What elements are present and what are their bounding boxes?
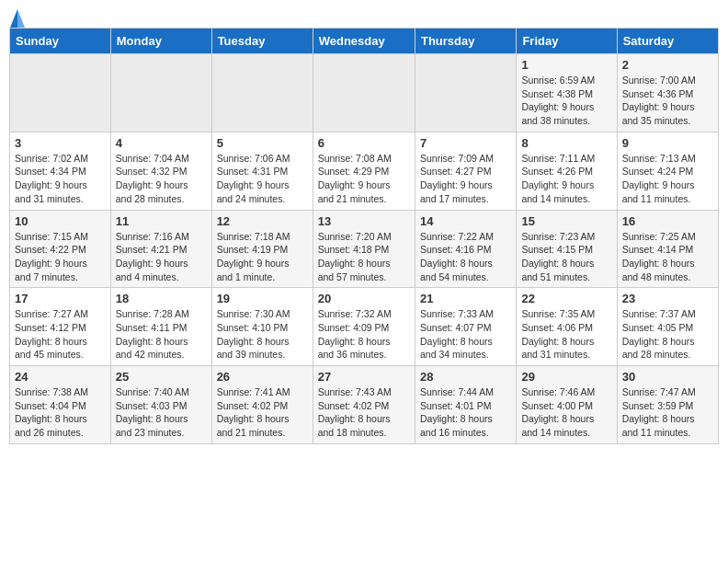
day-number: 14	[420, 214, 511, 228]
day-info: Sunrise: 7:20 AM Sunset: 4:18 PM Dayligh…	[318, 230, 410, 284]
day-number: 11	[116, 214, 207, 228]
day-number: 9	[622, 136, 713, 150]
day-number: 5	[217, 136, 308, 150]
day-info: Sunrise: 7:41 AM Sunset: 4:02 PM Dayligh…	[217, 385, 308, 440]
calendar-cell: 28Sunrise: 7:44 AM Sunset: 4:01 PM Dayli…	[415, 366, 516, 444]
day-number: 18	[116, 292, 207, 305]
day-number: 21	[420, 292, 511, 305]
calendar-cell: 26Sunrise: 7:41 AM Sunset: 4:02 PM Dayli…	[211, 366, 313, 444]
day-info: Sunrise: 7:16 AM Sunset: 4:21 PM Dayligh…	[116, 230, 207, 284]
calendar-cell: 30Sunrise: 7:47 AM Sunset: 3:59 PM Dayli…	[617, 366, 718, 444]
calendar-cell: 1Sunrise: 6:59 AM Sunset: 4:38 PM Daylig…	[517, 54, 617, 132]
day-number: 24	[15, 370, 106, 384]
weekday-thursday: Thursday	[415, 29, 516, 54]
week-row-0: 1Sunrise: 6:59 AM Sunset: 4:38 PM Daylig…	[10, 54, 719, 132]
weekday-sunday: Sunday	[10, 29, 111, 54]
day-info: Sunrise: 7:23 AM Sunset: 4:15 PM Dayligh…	[521, 230, 611, 284]
calendar-cell: 23Sunrise: 7:37 AM Sunset: 4:05 PM Dayli…	[617, 288, 718, 366]
calendar-cell: 9Sunrise: 7:13 AM Sunset: 4:24 PM Daylig…	[617, 132, 718, 210]
day-number: 8	[521, 136, 611, 150]
day-number: 20	[318, 292, 410, 305]
calendar-cell: 13Sunrise: 7:20 AM Sunset: 4:18 PM Dayli…	[313, 210, 415, 288]
day-info: Sunrise: 7:44 AM Sunset: 4:01 PM Dayligh…	[420, 385, 511, 440]
day-number: 26	[217, 370, 308, 384]
day-info: Sunrise: 7:25 AM Sunset: 4:14 PM Dayligh…	[622, 230, 713, 284]
day-info: Sunrise: 7:40 AM Sunset: 4:03 PM Dayligh…	[116, 385, 207, 440]
calendar-cell: 7Sunrise: 7:09 AM Sunset: 4:27 PM Daylig…	[415, 132, 516, 210]
calendar-cell: 4Sunrise: 7:04 AM Sunset: 4:32 PM Daylig…	[110, 132, 211, 210]
calendar-cell	[211, 54, 313, 132]
weekday-header-row: SundayMondayTuesdayWednesdayThursdayFrid…	[10, 29, 719, 54]
day-info: Sunrise: 6:59 AM Sunset: 4:38 PM Dayligh…	[521, 74, 611, 128]
day-number: 29	[521, 370, 611, 384]
day-number: 15	[521, 214, 611, 228]
weekday-saturday: Saturday	[617, 29, 718, 54]
day-info: Sunrise: 7:32 AM Sunset: 4:09 PM Dayligh…	[318, 307, 410, 362]
calendar-cell: 16Sunrise: 7:25 AM Sunset: 4:14 PM Dayli…	[617, 210, 718, 288]
weekday-friday: Friday	[517, 29, 617, 54]
day-info: Sunrise: 7:09 AM Sunset: 4:27 PM Dayligh…	[420, 152, 511, 206]
calendar-cell: 8Sunrise: 7:11 AM Sunset: 4:26 PM Daylig…	[517, 132, 617, 210]
calendar: SundayMondayTuesdayWednesdayThursdayFrid…	[9, 28, 719, 444]
day-number: 2	[622, 58, 713, 72]
calendar-cell	[10, 54, 111, 132]
day-info: Sunrise: 7:47 AM Sunset: 3:59 PM Dayligh…	[622, 385, 713, 440]
day-number: 4	[116, 136, 207, 150]
day-info: Sunrise: 7:00 AM Sunset: 4:36 PM Dayligh…	[622, 74, 713, 128]
calendar-cell: 19Sunrise: 7:30 AM Sunset: 4:10 PM Dayli…	[211, 288, 313, 366]
week-row-2: 10Sunrise: 7:15 AM Sunset: 4:22 PM Dayli…	[10, 210, 719, 288]
day-number: 22	[521, 292, 611, 305]
header	[9, 9, 719, 24]
day-number: 12	[217, 214, 308, 228]
day-number: 28	[420, 370, 511, 384]
day-number: 1	[521, 58, 611, 72]
day-info: Sunrise: 7:11 AM Sunset: 4:26 PM Dayligh…	[521, 152, 611, 206]
day-info: Sunrise: 7:43 AM Sunset: 4:02 PM Dayligh…	[318, 385, 410, 440]
calendar-cell: 24Sunrise: 7:38 AM Sunset: 4:04 PM Dayli…	[10, 366, 111, 444]
day-number: 30	[622, 370, 713, 384]
calendar-cell	[110, 54, 211, 132]
day-number: 19	[217, 292, 308, 305]
logo	[9, 9, 25, 24]
calendar-cell: 27Sunrise: 7:43 AM Sunset: 4:02 PM Dayli…	[313, 366, 415, 444]
day-info: Sunrise: 7:18 AM Sunset: 4:19 PM Dayligh…	[217, 230, 308, 284]
day-info: Sunrise: 7:28 AM Sunset: 4:11 PM Dayligh…	[116, 307, 207, 362]
day-info: Sunrise: 7:22 AM Sunset: 4:16 PM Dayligh…	[420, 230, 511, 284]
day-info: Sunrise: 7:13 AM Sunset: 4:24 PM Dayligh…	[622, 152, 713, 206]
day-number: 3	[15, 136, 106, 150]
weekday-wednesday: Wednesday	[313, 29, 415, 54]
calendar-cell: 10Sunrise: 7:15 AM Sunset: 4:22 PM Dayli…	[10, 210, 111, 288]
calendar-cell: 18Sunrise: 7:28 AM Sunset: 4:11 PM Dayli…	[110, 288, 211, 366]
day-number: 13	[318, 214, 410, 228]
weekday-monday: Monday	[110, 29, 211, 54]
day-info: Sunrise: 7:37 AM Sunset: 4:05 PM Dayligh…	[622, 307, 713, 362]
day-info: Sunrise: 7:27 AM Sunset: 4:12 PM Dayligh…	[15, 307, 106, 362]
day-number: 6	[318, 136, 410, 150]
week-row-3: 17Sunrise: 7:27 AM Sunset: 4:12 PM Dayli…	[10, 288, 719, 366]
day-number: 27	[318, 370, 410, 384]
weekday-tuesday: Tuesday	[211, 29, 313, 54]
calendar-cell: 15Sunrise: 7:23 AM Sunset: 4:15 PM Dayli…	[517, 210, 617, 288]
calendar-cell: 20Sunrise: 7:32 AM Sunset: 4:09 PM Dayli…	[313, 288, 415, 366]
day-info: Sunrise: 7:08 AM Sunset: 4:29 PM Dayligh…	[318, 152, 410, 206]
week-row-1: 3Sunrise: 7:02 AM Sunset: 4:34 PM Daylig…	[10, 132, 719, 210]
day-info: Sunrise: 7:15 AM Sunset: 4:22 PM Dayligh…	[15, 230, 106, 284]
calendar-cell: 21Sunrise: 7:33 AM Sunset: 4:07 PM Dayli…	[415, 288, 516, 366]
day-info: Sunrise: 7:06 AM Sunset: 4:31 PM Dayligh…	[217, 152, 308, 206]
calendar-cell: 12Sunrise: 7:18 AM Sunset: 4:19 PM Dayli…	[211, 210, 313, 288]
calendar-cell	[415, 54, 516, 132]
day-number: 7	[420, 136, 511, 150]
day-info: Sunrise: 7:30 AM Sunset: 4:10 PM Dayligh…	[217, 307, 308, 362]
day-info: Sunrise: 7:38 AM Sunset: 4:04 PM Dayligh…	[15, 385, 106, 440]
day-info: Sunrise: 7:35 AM Sunset: 4:06 PM Dayligh…	[521, 307, 611, 362]
day-info: Sunrise: 7:33 AM Sunset: 4:07 PM Dayligh…	[420, 307, 511, 362]
calendar-cell: 14Sunrise: 7:22 AM Sunset: 4:16 PM Dayli…	[415, 210, 516, 288]
calendar-cell	[313, 54, 415, 132]
day-number: 23	[622, 292, 713, 305]
day-number: 25	[116, 370, 207, 384]
calendar-cell: 25Sunrise: 7:40 AM Sunset: 4:03 PM Dayli…	[110, 366, 211, 444]
calendar-cell: 11Sunrise: 7:16 AM Sunset: 4:21 PM Dayli…	[110, 210, 211, 288]
day-number: 10	[15, 214, 106, 228]
week-row-4: 24Sunrise: 7:38 AM Sunset: 4:04 PM Dayli…	[10, 366, 719, 444]
calendar-cell: 6Sunrise: 7:08 AM Sunset: 4:29 PM Daylig…	[313, 132, 415, 210]
